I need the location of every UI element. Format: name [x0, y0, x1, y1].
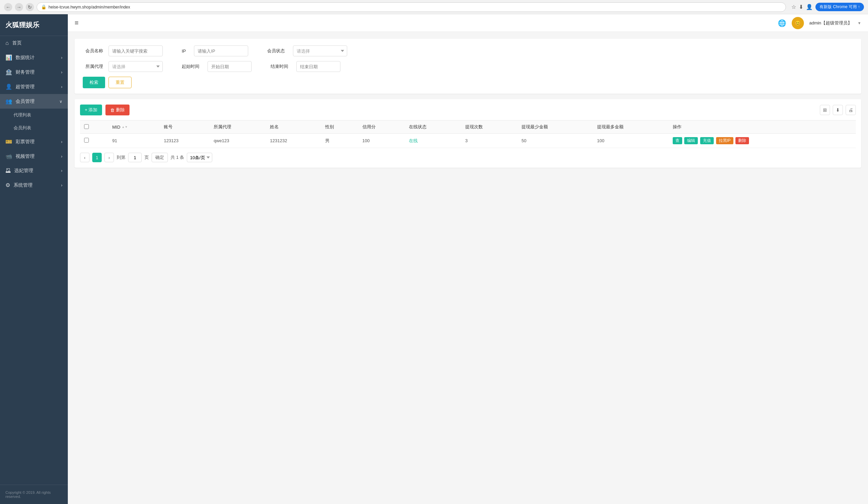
row-credit: 100: [358, 134, 405, 148]
filter-card: 会员名称 IP 会员状态 请选择 所属代理 请选择 起始时间: [75, 39, 861, 94]
browser-chrome: ← → ↻ 🔒 heise-tcvue.hwym.shop/admin/memb…: [0, 0, 868, 14]
sidebar-item-superadmin[interactable]: 👤 超管管理 ›: [0, 79, 68, 94]
page-confirm-button[interactable]: 确定: [152, 153, 168, 162]
sidebar-item-label: 数据统计: [16, 55, 34, 61]
sidebar-item-home[interactable]: ⌂ 首页: [0, 36, 68, 50]
reset-button[interactable]: 重置: [108, 77, 132, 88]
sidebar-item-video[interactable]: 📹 视频管理 ›: [0, 149, 68, 164]
sidebar-logo: 火狐狸娱乐: [0, 14, 68, 36]
chrome-update-button[interactable]: 有新版 Chrome 可用 ↑: [815, 3, 864, 11]
lottery-icon: 🎫: [6, 139, 12, 145]
edit-button[interactable]: 编辑: [684, 137, 698, 144]
gender-header: 性别: [321, 121, 358, 134]
hamburger-icon[interactable]: ≡: [75, 19, 79, 27]
row-checkbox[interactable]: [84, 138, 89, 142]
admin-icon: 👤: [6, 83, 12, 90]
end-time-label: 结束时间: [271, 63, 288, 70]
table-toolbar: + 添加 🗑 删除 ⊞ ⬇ 🖨: [80, 104, 856, 115]
recharge-button[interactable]: 充值: [700, 137, 714, 144]
sidebar-item-member[interactable]: 👥 会员管理 ∨: [0, 94, 68, 109]
sidebar-item-lottery[interactable]: 🎫 彩票管理 ›: [0, 134, 68, 149]
header-user-name[interactable]: admin【超级管理员】: [809, 20, 852, 26]
select-all-checkbox[interactable]: [84, 124, 89, 129]
row-min-withdraw: 50: [517, 134, 593, 148]
print-button[interactable]: 🖨: [846, 105, 856, 115]
next-page-button[interactable]: ›: [104, 153, 114, 162]
row-max-withdraw: 100: [593, 134, 669, 148]
nav-forward[interactable]: →: [15, 3, 23, 11]
status-select[interactable]: 请选择: [293, 46, 347, 56]
ip-input[interactable]: [194, 46, 248, 56]
export-button[interactable]: ⬇: [833, 105, 843, 115]
filter-row-2: 所属代理 请选择 起始时间 结束时间: [83, 61, 853, 72]
sidebar-item-label: 彩票管理: [16, 139, 34, 145]
nav-back[interactable]: ←: [4, 3, 12, 11]
sidebar-item-agent-list[interactable]: 代理列表: [0, 109, 68, 121]
row-mid: 91: [108, 134, 160, 148]
grid-icon: ⊞: [823, 107, 827, 113]
export-icon: ⬇: [836, 107, 840, 113]
sidebar-item-system[interactable]: ⚙ 系统管理 ›: [0, 178, 68, 192]
row-status: 在线: [405, 134, 461, 148]
nav-refresh[interactable]: ↻: [26, 3, 34, 11]
table-card: + 添加 🗑 删除 ⊞ ⬇ 🖨: [75, 99, 861, 168]
sidebar-item-member-list[interactable]: 会员列表: [0, 121, 68, 134]
start-date-input[interactable]: [207, 61, 251, 72]
batch-delete-button[interactable]: 🗑 删除: [105, 104, 130, 115]
mid-sort-icon[interactable]: ▲▼: [122, 125, 128, 129]
total-count: 共 1 条: [170, 154, 184, 161]
globe-icon[interactable]: 🌐: [778, 19, 786, 27]
min-withdraw-header: 提现最少金额: [517, 121, 593, 134]
profile-icon[interactable]: 👤: [806, 4, 813, 10]
row-name: 1231232: [266, 134, 321, 148]
sidebar-item-label: 选妃管理: [14, 168, 33, 174]
status-label: 会员状态: [267, 48, 285, 54]
table-toolbar-right: ⊞ ⬇ 🖨: [820, 105, 856, 115]
add-button[interactable]: + 添加: [80, 104, 102, 115]
select-all-header: [80, 121, 108, 134]
filter-actions: 检索 重置: [83, 77, 853, 88]
header-user-dropdown-icon[interactable]: ▼: [857, 21, 861, 25]
browser-actions: ☆ ⬇ 👤 有新版 Chrome 可用 ↑: [792, 3, 864, 11]
page-1-button[interactable]: 1: [92, 153, 102, 162]
content-area: 会员名称 IP 会员状态 请选择 所属代理 请选择 起始时间: [68, 32, 868, 504]
pull-ip-button[interactable]: 拉黑IP: [716, 137, 733, 144]
video-icon: 📹: [6, 153, 12, 160]
member-name-input[interactable]: [108, 46, 163, 56]
withdraw-count-header: 提现次数: [461, 121, 517, 134]
row-delete-button[interactable]: 删除: [735, 137, 749, 144]
chevron-down-icon: ∨: [59, 99, 62, 104]
app-wrapper: 火狐狸娱乐 ⌂ 首页 📊 数据统计 › 🏦 财务管理 › 👤 超管管理: [0, 14, 868, 504]
table-row: 91 123123 qwe123 1231232 男 100 在线 3 50 1…: [80, 134, 856, 148]
view-button[interactable]: 查: [673, 137, 682, 144]
page-goto-input[interactable]: [128, 153, 142, 162]
prev-page-button[interactable]: ‹: [80, 153, 90, 162]
page-size-select[interactable]: 10条/页 20条/页 50条/页: [187, 153, 212, 162]
action-header: 操作: [669, 121, 856, 134]
account-header: 账号: [160, 121, 209, 134]
ip-label: IP: [182, 49, 186, 54]
agent-label: 所属代理: [83, 63, 103, 70]
chevron-right-icon: ›: [61, 168, 62, 173]
status-header: 在线状态: [405, 121, 461, 134]
sidebar-item-label: 会员管理: [16, 99, 34, 104]
url-bar[interactable]: 🔒 heise-tcvue.hwym.shop/admin/member/ind…: [37, 2, 786, 12]
credit-header: 信用分: [358, 121, 405, 134]
agent-select[interactable]: 请选择: [108, 61, 163, 72]
home-icon: ⌂: [6, 40, 9, 46]
download-icon[interactable]: ⬇: [799, 4, 803, 10]
mid-header: MID ▲▼: [108, 121, 160, 134]
sidebar-item-election[interactable]: 🗳 选妃管理 ›: [0, 164, 68, 178]
chevron-right-icon: ›: [61, 183, 62, 188]
sidebar-item-finance[interactable]: 🏦 财务管理 ›: [0, 65, 68, 79]
sidebar-item-stats[interactable]: 📊 数据统计 ›: [0, 50, 68, 65]
search-button[interactable]: 检索: [83, 77, 105, 88]
header-right: 🌐 😊 admin【超级管理员】 ▼: [778, 17, 861, 29]
data-table: MID ▲▼ 账号 所属代理 姓名 性别 信用分 在线状态 提现: [80, 120, 856, 148]
chevron-right-icon: ›: [61, 70, 62, 75]
end-date-input[interactable]: [296, 61, 340, 72]
member-name-label: 会员名称: [83, 48, 103, 54]
main-content: ≡ 🌐 😊 admin【超级管理员】 ▼ 会员名称 IP 会员状态: [68, 14, 868, 504]
star-icon[interactable]: ☆: [792, 4, 796, 10]
grid-view-button[interactable]: ⊞: [820, 105, 830, 115]
